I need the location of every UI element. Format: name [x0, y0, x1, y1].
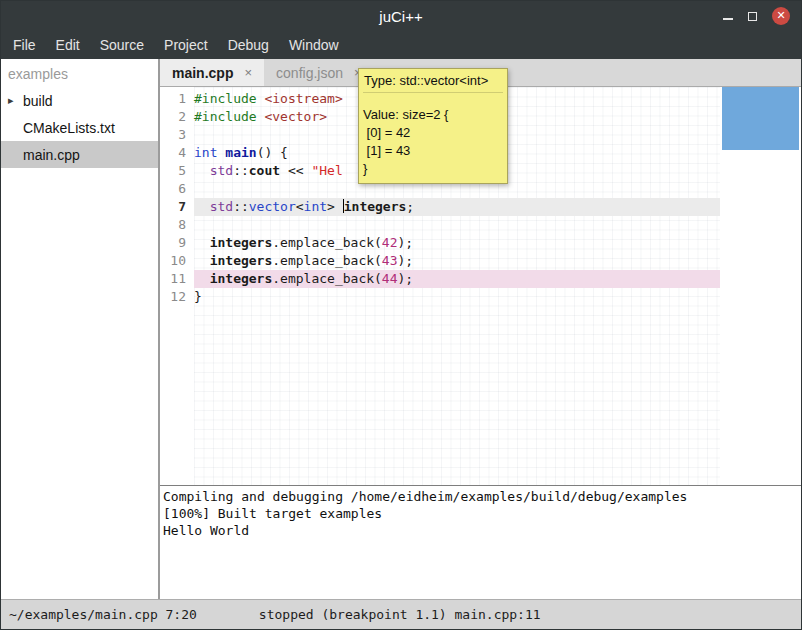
code-text: integers.emplace_back(42);: [194, 234, 720, 252]
editor-line[interactable]: 8: [160, 216, 801, 234]
output-line: Hello World: [163, 522, 801, 539]
line-number: 6: [160, 180, 194, 198]
titlebar[interactable]: juCi++ ✕: [1, 1, 801, 31]
code-token: <vector>: [264, 109, 327, 124]
code-token: );: [398, 271, 414, 286]
code-token: vector: [249, 199, 296, 214]
tab-label: main.cpp: [172, 65, 233, 81]
menu-edit[interactable]: Edit: [46, 32, 90, 58]
code-token: >: [327, 199, 343, 214]
file-tree: ▸buildCMakeLists.txtmain.cpp: [1, 87, 158, 168]
status-file-position: ~/examples/main.cpp 7:20: [9, 607, 197, 622]
code-token: ;: [406, 199, 414, 214]
code-token: std: [210, 199, 233, 214]
code-text: integers.emplace_back(43);: [194, 252, 720, 270]
code-token: [194, 253, 210, 268]
sidebar-item-build[interactable]: ▸build: [1, 87, 158, 114]
debug-tooltip: Type: std::vector<int> Value: size=2 { […: [358, 68, 508, 184]
status-debug-state: stopped (breakpoint 1.1) main.cpp:11: [259, 607, 541, 622]
tab-close-icon[interactable]: ×: [244, 65, 252, 80]
code-token: );: [398, 235, 414, 250]
line-number: 10: [160, 252, 194, 270]
code-text: std::vector<int> integers;: [194, 198, 720, 216]
code-token: integers: [210, 253, 273, 268]
editor-line[interactable]: 7 std::vector<int> integers;: [160, 198, 801, 216]
sidebar-item-cmakelists-txt[interactable]: CMakeLists.txt: [1, 114, 158, 141]
output-line: [100%] Built target examples: [163, 505, 801, 522]
code-token: #include: [194, 109, 257, 124]
line-number: 8: [160, 216, 194, 234]
code-token: emplace_back: [280, 271, 374, 286]
editor-line[interactable]: 9 integers.emplace_back(42);: [160, 234, 801, 252]
menu-source[interactable]: Source: [90, 32, 154, 58]
tree-item-label: main.cpp: [23, 147, 80, 163]
window-title: juCi++: [1, 8, 801, 25]
sidebar: examples ▸buildCMakeLists.txtmain.cpp: [1, 59, 158, 599]
code-token: ::: [233, 199, 249, 214]
menu-debug[interactable]: Debug: [218, 32, 279, 58]
menu-file[interactable]: File: [3, 32, 46, 58]
output-line: Compiling and debugging /home/eidheim/ex…: [163, 488, 801, 505]
code-token: emplace_back: [280, 253, 374, 268]
line-number: 2: [160, 108, 194, 126]
code-token: std: [210, 163, 233, 178]
code-token: [194, 163, 210, 178]
code-token: 44: [382, 271, 398, 286]
code-token: <<: [280, 163, 311, 178]
code-token: }: [194, 289, 202, 304]
output-panel[interactable]: Compiling and debugging /home/eidheim/ex…: [160, 485, 801, 599]
maximize-icon[interactable]: [748, 12, 757, 21]
code-token: emplace_back: [280, 235, 374, 250]
code-token: int: [194, 145, 217, 160]
tooltip-type-label: Type: std::vector<int>: [363, 71, 503, 93]
code-token: integers: [210, 271, 273, 286]
tooltip-value-line: [1] = 43: [363, 142, 503, 160]
window-controls: ✕: [723, 7, 801, 25]
code-token: .: [272, 271, 280, 286]
code-token: [194, 235, 210, 250]
close-icon[interactable]: ✕: [772, 7, 790, 25]
tab-main-cpp[interactable]: main.cpp×: [160, 59, 264, 86]
code-token: #include: [194, 91, 257, 106]
sidebar-item-main-cpp[interactable]: main.cpp: [1, 141, 158, 168]
line-number: 4: [160, 144, 194, 162]
code-text: }: [194, 288, 720, 306]
editor-line[interactable]: 10 integers.emplace_back(43);: [160, 252, 801, 270]
tree-item-label: CMakeLists.txt: [23, 120, 115, 136]
menubar: FileEditSourceProjectDebugWindow: [1, 31, 801, 59]
code-token: (: [374, 253, 382, 268]
code-token: (: [374, 235, 382, 250]
code-token: 42: [382, 235, 398, 250]
code-token: (: [374, 271, 382, 286]
menu-project[interactable]: Project: [154, 32, 218, 58]
code-token: () {: [257, 145, 288, 160]
code-token: .: [272, 235, 280, 250]
tooltip-value-line: Value: size=2 {: [363, 106, 503, 124]
minimize-icon[interactable]: [723, 18, 733, 20]
line-number: 7: [160, 198, 194, 216]
code-text: integers.emplace_back(44);: [194, 270, 720, 288]
code-token: [194, 271, 210, 286]
code-token: [194, 199, 210, 214]
menu-window[interactable]: Window: [279, 32, 349, 58]
code-token: integers: [210, 235, 273, 250]
scrollbar-thumb[interactable]: [722, 87, 799, 150]
code-token: ::: [233, 163, 249, 178]
code-token: .: [272, 253, 280, 268]
editor-line[interactable]: 12}: [160, 288, 801, 306]
code-text: [194, 216, 720, 234]
tooltip-value-line: [0] = 42: [363, 124, 503, 142]
editor-line[interactable]: 11 integers.emplace_back(44);: [160, 270, 801, 288]
code-token: <: [296, 199, 304, 214]
sidebar-header: examples: [1, 59, 158, 87]
line-number: 3: [160, 126, 194, 144]
line-number: 1: [160, 90, 194, 108]
expander-icon[interactable]: ▸: [6, 94, 23, 107]
code-token: cout: [249, 163, 280, 178]
tooltip-value-line: }: [363, 160, 503, 178]
tree-item-label: build: [23, 93, 53, 109]
line-number: 9: [160, 234, 194, 252]
code-token: );: [398, 253, 414, 268]
code-token: <iostream>: [264, 91, 342, 106]
tab-label: config.json: [276, 65, 343, 81]
